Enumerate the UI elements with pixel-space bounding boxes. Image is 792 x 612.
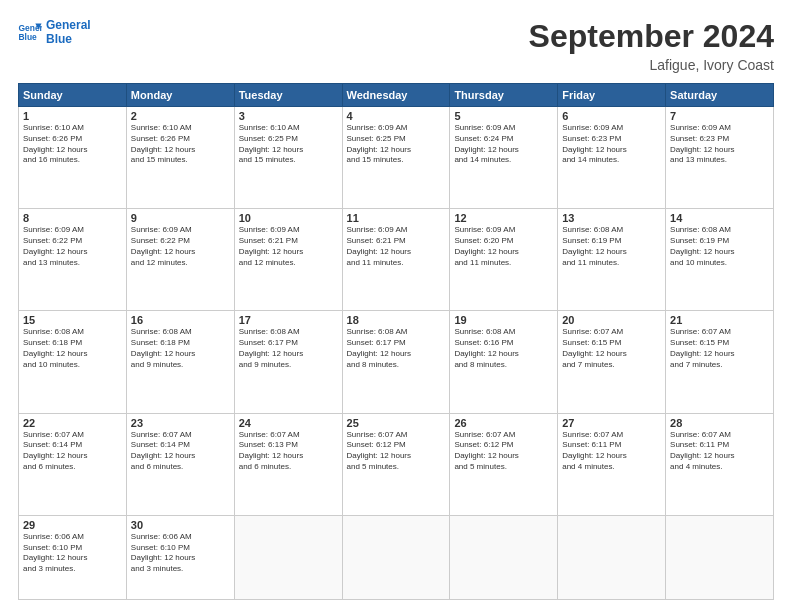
- calendar-cell: 18Sunrise: 6:08 AMSunset: 6:17 PMDayligh…: [342, 311, 450, 413]
- day-number: 14: [670, 212, 769, 224]
- day-info: Sunrise: 6:09 AMSunset: 6:23 PMDaylight:…: [562, 123, 661, 166]
- day-number: 26: [454, 417, 553, 429]
- day-info: Sunrise: 6:09 AMSunset: 6:25 PMDaylight:…: [347, 123, 446, 166]
- day-number: 18: [347, 314, 446, 326]
- logo: General Blue General Blue: [18, 18, 91, 47]
- day-number: 22: [23, 417, 122, 429]
- weekday-header-monday: Monday: [126, 84, 234, 107]
- location-title: Lafigue, Ivory Coast: [529, 57, 774, 73]
- calendar-cell: 29Sunrise: 6:06 AMSunset: 6:10 PMDayligh…: [19, 515, 127, 599]
- weekday-header-friday: Friday: [558, 84, 666, 107]
- day-info: Sunrise: 6:08 AMSunset: 6:17 PMDaylight:…: [347, 327, 446, 370]
- calendar-cell: 30Sunrise: 6:06 AMSunset: 6:10 PMDayligh…: [126, 515, 234, 599]
- day-number: 11: [347, 212, 446, 224]
- logo-general: General: [46, 18, 91, 32]
- calendar-cell: 4Sunrise: 6:09 AMSunset: 6:25 PMDaylight…: [342, 107, 450, 209]
- day-number: 24: [239, 417, 338, 429]
- day-info: Sunrise: 6:07 AMSunset: 6:14 PMDaylight:…: [23, 430, 122, 473]
- day-number: 17: [239, 314, 338, 326]
- day-info: Sunrise: 6:10 AMSunset: 6:25 PMDaylight:…: [239, 123, 338, 166]
- calendar-cell: [234, 515, 342, 599]
- day-number: 21: [670, 314, 769, 326]
- day-number: 2: [131, 110, 230, 122]
- calendar-cell: 21Sunrise: 6:07 AMSunset: 6:15 PMDayligh…: [666, 311, 774, 413]
- day-number: 8: [23, 212, 122, 224]
- day-number: 28: [670, 417, 769, 429]
- day-info: Sunrise: 6:08 AMSunset: 6:19 PMDaylight:…: [562, 225, 661, 268]
- day-info: Sunrise: 6:09 AMSunset: 6:22 PMDaylight:…: [23, 225, 122, 268]
- day-info: Sunrise: 6:07 AMSunset: 6:13 PMDaylight:…: [239, 430, 338, 473]
- calendar-cell: 28Sunrise: 6:07 AMSunset: 6:11 PMDayligh…: [666, 413, 774, 515]
- calendar-cell: 16Sunrise: 6:08 AMSunset: 6:18 PMDayligh…: [126, 311, 234, 413]
- weekday-header-wednesday: Wednesday: [342, 84, 450, 107]
- calendar-cell: 1Sunrise: 6:10 AMSunset: 6:26 PMDaylight…: [19, 107, 127, 209]
- calendar-cell: 14Sunrise: 6:08 AMSunset: 6:19 PMDayligh…: [666, 209, 774, 311]
- calendar-table: SundayMondayTuesdayWednesdayThursdayFrid…: [18, 83, 774, 600]
- day-info: Sunrise: 6:07 AMSunset: 6:12 PMDaylight:…: [347, 430, 446, 473]
- calendar-cell: 17Sunrise: 6:08 AMSunset: 6:17 PMDayligh…: [234, 311, 342, 413]
- day-info: Sunrise: 6:07 AMSunset: 6:11 PMDaylight:…: [562, 430, 661, 473]
- day-info: Sunrise: 6:09 AMSunset: 6:22 PMDaylight:…: [131, 225, 230, 268]
- calendar-cell: 26Sunrise: 6:07 AMSunset: 6:12 PMDayligh…: [450, 413, 558, 515]
- calendar-cell: 8Sunrise: 6:09 AMSunset: 6:22 PMDaylight…: [19, 209, 127, 311]
- day-info: Sunrise: 6:07 AMSunset: 6:11 PMDaylight:…: [670, 430, 769, 473]
- calendar-cell: 20Sunrise: 6:07 AMSunset: 6:15 PMDayligh…: [558, 311, 666, 413]
- day-info: Sunrise: 6:09 AMSunset: 6:24 PMDaylight:…: [454, 123, 553, 166]
- calendar-cell: 3Sunrise: 6:10 AMSunset: 6:25 PMDaylight…: [234, 107, 342, 209]
- day-info: Sunrise: 6:08 AMSunset: 6:18 PMDaylight:…: [23, 327, 122, 370]
- weekday-header-thursday: Thursday: [450, 84, 558, 107]
- day-number: 6: [562, 110, 661, 122]
- day-number: 7: [670, 110, 769, 122]
- day-info: Sunrise: 6:09 AMSunset: 6:23 PMDaylight:…: [670, 123, 769, 166]
- day-info: Sunrise: 6:09 AMSunset: 6:21 PMDaylight:…: [239, 225, 338, 268]
- day-info: Sunrise: 6:08 AMSunset: 6:17 PMDaylight:…: [239, 327, 338, 370]
- weekday-header-tuesday: Tuesday: [234, 84, 342, 107]
- day-info: Sunrise: 6:08 AMSunset: 6:18 PMDaylight:…: [131, 327, 230, 370]
- calendar-cell: [666, 515, 774, 599]
- title-block: September 2024 Lafigue, Ivory Coast: [529, 18, 774, 73]
- day-number: 9: [131, 212, 230, 224]
- calendar-cell: [342, 515, 450, 599]
- calendar-cell: 22Sunrise: 6:07 AMSunset: 6:14 PMDayligh…: [19, 413, 127, 515]
- day-number: 1: [23, 110, 122, 122]
- weekday-header-saturday: Saturday: [666, 84, 774, 107]
- day-number: 19: [454, 314, 553, 326]
- calendar-cell: [558, 515, 666, 599]
- day-number: 3: [239, 110, 338, 122]
- svg-text:Blue: Blue: [18, 33, 37, 43]
- day-number: 27: [562, 417, 661, 429]
- day-number: 10: [239, 212, 338, 224]
- calendar-cell: 24Sunrise: 6:07 AMSunset: 6:13 PMDayligh…: [234, 413, 342, 515]
- calendar-cell: 27Sunrise: 6:07 AMSunset: 6:11 PMDayligh…: [558, 413, 666, 515]
- day-number: 13: [562, 212, 661, 224]
- day-info: Sunrise: 6:09 AMSunset: 6:20 PMDaylight:…: [454, 225, 553, 268]
- calendar-cell: 12Sunrise: 6:09 AMSunset: 6:20 PMDayligh…: [450, 209, 558, 311]
- day-info: Sunrise: 6:08 AMSunset: 6:16 PMDaylight:…: [454, 327, 553, 370]
- calendar-cell: 23Sunrise: 6:07 AMSunset: 6:14 PMDayligh…: [126, 413, 234, 515]
- calendar-cell: 19Sunrise: 6:08 AMSunset: 6:16 PMDayligh…: [450, 311, 558, 413]
- day-number: 12: [454, 212, 553, 224]
- day-info: Sunrise: 6:07 AMSunset: 6:15 PMDaylight:…: [562, 327, 661, 370]
- calendar-cell: [450, 515, 558, 599]
- day-info: Sunrise: 6:07 AMSunset: 6:14 PMDaylight:…: [131, 430, 230, 473]
- month-title: September 2024: [529, 18, 774, 55]
- weekday-header-sunday: Sunday: [19, 84, 127, 107]
- calendar-cell: 15Sunrise: 6:08 AMSunset: 6:18 PMDayligh…: [19, 311, 127, 413]
- day-number: 20: [562, 314, 661, 326]
- day-info: Sunrise: 6:10 AMSunset: 6:26 PMDaylight:…: [23, 123, 122, 166]
- logo-blue: Blue: [46, 32, 91, 46]
- day-number: 29: [23, 519, 122, 531]
- day-number: 5: [454, 110, 553, 122]
- calendar-cell: 13Sunrise: 6:08 AMSunset: 6:19 PMDayligh…: [558, 209, 666, 311]
- day-info: Sunrise: 6:06 AMSunset: 6:10 PMDaylight:…: [131, 532, 230, 575]
- day-info: Sunrise: 6:08 AMSunset: 6:19 PMDaylight:…: [670, 225, 769, 268]
- calendar-cell: 5Sunrise: 6:09 AMSunset: 6:24 PMDaylight…: [450, 107, 558, 209]
- calendar-cell: 11Sunrise: 6:09 AMSunset: 6:21 PMDayligh…: [342, 209, 450, 311]
- day-number: 16: [131, 314, 230, 326]
- page-header: General Blue General Blue September 2024…: [18, 18, 774, 73]
- calendar-cell: 10Sunrise: 6:09 AMSunset: 6:21 PMDayligh…: [234, 209, 342, 311]
- calendar-cell: 6Sunrise: 6:09 AMSunset: 6:23 PMDaylight…: [558, 107, 666, 209]
- day-number: 4: [347, 110, 446, 122]
- calendar-cell: 9Sunrise: 6:09 AMSunset: 6:22 PMDaylight…: [126, 209, 234, 311]
- day-info: Sunrise: 6:10 AMSunset: 6:26 PMDaylight:…: [131, 123, 230, 166]
